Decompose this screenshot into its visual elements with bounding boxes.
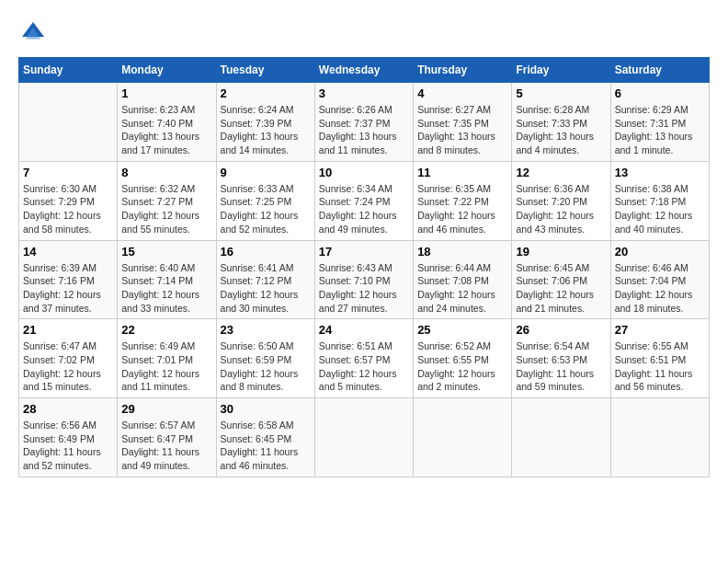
calendar-cell: 2Sunrise: 6:24 AMSunset: 7:39 PMDaylight…: [216, 83, 314, 162]
day-number: 29: [121, 402, 211, 416]
day-info: Sunrise: 6:52 AMSunset: 6:55 PMDaylight:…: [417, 339, 507, 394]
day-number: 8: [121, 166, 211, 179]
day-number: 24: [319, 323, 409, 337]
day-number: 14: [23, 245, 113, 259]
calendar-cell: 21Sunrise: 6:47 AMSunset: 7:02 PMDayligh…: [19, 319, 118, 398]
calendar-cell: 24Sunrise: 6:51 AMSunset: 6:57 PMDayligh…: [314, 319, 413, 398]
day-number: 5: [516, 86, 606, 100]
day-info: Sunrise: 6:32 AMSunset: 7:27 PMDaylight:…: [121, 182, 211, 236]
day-number: 17: [319, 245, 409, 259]
calendar-cell: 12Sunrise: 6:36 AMSunset: 7:20 PMDayligh…: [512, 161, 610, 240]
day-info: Sunrise: 6:54 AMSunset: 6:53 PMDaylight:…: [516, 339, 606, 394]
calendar-cell: 5Sunrise: 6:28 AMSunset: 7:33 PMDaylight…: [512, 83, 610, 162]
day-number: 7: [23, 166, 113, 179]
day-info: Sunrise: 6:36 AMSunset: 7:20 PMDaylight:…: [516, 182, 606, 236]
page-header: [18, 18, 710, 48]
calendar-week-row: 28Sunrise: 6:56 AMSunset: 6:49 PMDayligh…: [19, 398, 710, 477]
calendar-cell: 22Sunrise: 6:49 AMSunset: 7:01 PMDayligh…: [118, 319, 216, 398]
calendar-header: SundayMondayTuesdayWednesdayThursdayFrid…: [19, 58, 710, 83]
calendar-cell: 4Sunrise: 6:27 AMSunset: 7:35 PMDaylight…: [414, 83, 512, 162]
calendar-cell: 3Sunrise: 6:26 AMSunset: 7:37 PMDaylight…: [314, 83, 413, 162]
day-info: Sunrise: 6:39 AMSunset: 7:16 PMDaylight:…: [23, 261, 113, 316]
weekday-header: Friday: [512, 58, 610, 83]
day-number: 19: [516, 245, 606, 259]
day-info: Sunrise: 6:41 AMSunset: 7:12 PMDaylight:…: [221, 261, 311, 316]
logo: [18, 18, 51, 48]
day-number: 3: [319, 86, 409, 100]
weekday-header: Monday: [118, 58, 216, 83]
weekday-header: Thursday: [414, 58, 512, 83]
calendar-cell: 27Sunrise: 6:55 AMSunset: 6:51 PMDayligh…: [610, 319, 709, 398]
calendar-body: 1Sunrise: 6:23 AMSunset: 7:40 PMDaylight…: [19, 83, 710, 477]
weekday-header: Wednesday: [314, 58, 413, 83]
weekday-header: Tuesday: [216, 58, 314, 83]
calendar-week-row: 1Sunrise: 6:23 AMSunset: 7:40 PMDaylight…: [19, 83, 710, 162]
day-info: Sunrise: 6:30 AMSunset: 7:29 PMDaylight:…: [23, 182, 113, 236]
calendar-cell: 11Sunrise: 6:35 AMSunset: 7:22 PMDayligh…: [414, 161, 512, 240]
calendar-cell: 7Sunrise: 6:30 AMSunset: 7:29 PMDaylight…: [19, 161, 118, 240]
day-number: 23: [221, 323, 311, 337]
calendar-cell: 25Sunrise: 6:52 AMSunset: 6:55 PMDayligh…: [414, 319, 512, 398]
day-number: 13: [615, 166, 705, 179]
calendar-cell: 1Sunrise: 6:23 AMSunset: 7:40 PMDaylight…: [118, 83, 216, 162]
calendar-week-row: 7Sunrise: 6:30 AMSunset: 7:29 PMDaylight…: [19, 161, 710, 240]
calendar-table: SundayMondayTuesdayWednesdayThursdayFrid…: [18, 57, 710, 477]
day-info: Sunrise: 6:38 AMSunset: 7:18 PMDaylight:…: [615, 182, 705, 236]
calendar-cell: 23Sunrise: 6:50 AMSunset: 6:59 PMDayligh…: [216, 319, 314, 398]
calendar-cell: [314, 398, 413, 477]
calendar-cell: 8Sunrise: 6:32 AMSunset: 7:27 PMDaylight…: [118, 161, 216, 240]
day-info: Sunrise: 6:35 AMSunset: 7:22 PMDaylight:…: [417, 182, 507, 236]
header-row: SundayMondayTuesdayWednesdayThursdayFrid…: [19, 58, 710, 83]
day-info: Sunrise: 6:44 AMSunset: 7:08 PMDaylight:…: [417, 261, 507, 316]
calendar-cell: 9Sunrise: 6:33 AMSunset: 7:25 PMDaylight…: [216, 161, 314, 240]
calendar-week-row: 14Sunrise: 6:39 AMSunset: 7:16 PMDayligh…: [19, 240, 710, 319]
calendar-cell: 14Sunrise: 6:39 AMSunset: 7:16 PMDayligh…: [19, 240, 118, 319]
day-number: 30: [221, 402, 311, 416]
calendar-cell: 15Sunrise: 6:40 AMSunset: 7:14 PMDayligh…: [118, 240, 216, 319]
day-number: 25: [417, 323, 507, 337]
day-info: Sunrise: 6:26 AMSunset: 7:37 PMDaylight:…: [319, 103, 409, 157]
day-number: 18: [417, 245, 507, 259]
day-info: Sunrise: 6:43 AMSunset: 7:10 PMDaylight:…: [319, 261, 409, 316]
day-info: Sunrise: 6:47 AMSunset: 7:02 PMDaylight:…: [23, 339, 113, 394]
day-number: 2: [221, 86, 311, 100]
day-info: Sunrise: 6:33 AMSunset: 7:25 PMDaylight:…: [221, 182, 311, 236]
day-info: Sunrise: 6:45 AMSunset: 7:06 PMDaylight:…: [516, 261, 606, 316]
day-info: Sunrise: 6:50 AMSunset: 6:59 PMDaylight:…: [221, 339, 311, 394]
calendar-cell: 17Sunrise: 6:43 AMSunset: 7:10 PMDayligh…: [314, 240, 413, 319]
day-info: Sunrise: 6:40 AMSunset: 7:14 PMDaylight:…: [121, 261, 211, 316]
day-info: Sunrise: 6:24 AMSunset: 7:39 PMDaylight:…: [221, 103, 311, 157]
calendar-cell: 19Sunrise: 6:45 AMSunset: 7:06 PMDayligh…: [512, 240, 610, 319]
day-info: Sunrise: 6:57 AMSunset: 6:47 PMDaylight:…: [121, 419, 211, 473]
calendar-cell: 29Sunrise: 6:57 AMSunset: 6:47 PMDayligh…: [118, 398, 216, 477]
day-info: Sunrise: 6:46 AMSunset: 7:04 PMDaylight:…: [615, 261, 705, 316]
day-info: Sunrise: 6:34 AMSunset: 7:24 PMDaylight:…: [319, 182, 409, 236]
logo-icon: [18, 18, 48, 48]
day-info: Sunrise: 6:49 AMSunset: 7:01 PMDaylight:…: [121, 339, 211, 394]
day-info: Sunrise: 6:55 AMSunset: 6:51 PMDaylight:…: [615, 339, 705, 394]
day-info: Sunrise: 6:56 AMSunset: 6:49 PMDaylight:…: [23, 419, 113, 473]
day-number: 6: [615, 86, 705, 100]
day-number: 16: [221, 245, 311, 259]
day-info: Sunrise: 6:28 AMSunset: 7:33 PMDaylight:…: [516, 103, 606, 157]
weekday-header: Saturday: [610, 58, 709, 83]
day-info: Sunrise: 6:51 AMSunset: 6:57 PMDaylight:…: [319, 339, 409, 394]
calendar-cell: [19, 83, 118, 162]
weekday-header: Sunday: [19, 58, 118, 83]
day-number: 1: [121, 86, 211, 100]
calendar-cell: 10Sunrise: 6:34 AMSunset: 7:24 PMDayligh…: [314, 161, 413, 240]
day-number: 27: [615, 323, 705, 337]
day-number: 10: [319, 166, 409, 179]
day-number: 11: [417, 166, 507, 179]
calendar-week-row: 21Sunrise: 6:47 AMSunset: 7:02 PMDayligh…: [19, 319, 710, 398]
calendar-cell: 13Sunrise: 6:38 AMSunset: 7:18 PMDayligh…: [610, 161, 709, 240]
day-number: 4: [417, 86, 507, 100]
calendar-cell: 20Sunrise: 6:46 AMSunset: 7:04 PMDayligh…: [610, 240, 709, 319]
day-number: 21: [23, 323, 113, 337]
calendar-cell: 18Sunrise: 6:44 AMSunset: 7:08 PMDayligh…: [414, 240, 512, 319]
day-info: Sunrise: 6:29 AMSunset: 7:31 PMDaylight:…: [615, 103, 705, 157]
calendar-cell: 30Sunrise: 6:58 AMSunset: 6:45 PMDayligh…: [216, 398, 314, 477]
day-info: Sunrise: 6:58 AMSunset: 6:45 PMDaylight:…: [221, 419, 311, 473]
calendar-cell: [512, 398, 610, 477]
day-info: Sunrise: 6:27 AMSunset: 7:35 PMDaylight:…: [417, 103, 507, 157]
